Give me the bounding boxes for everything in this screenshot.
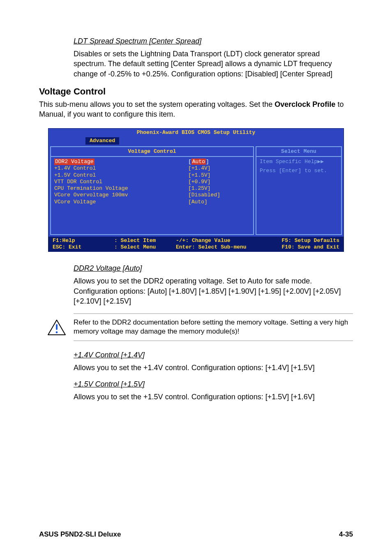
bios-tab-advanced[interactable]: Advanced <box>85 137 119 145</box>
bios-row-value[interactable]: [+1.4V] <box>188 165 250 172</box>
bios-panel: Phoenix-Award BIOS CMOS Setup Utility Ad… <box>48 128 344 252</box>
warning-text: Refer to the DDR2 documentation before s… <box>74 318 348 335</box>
ddr2-heading: DDR2 Voltage [Auto] <box>74 264 353 273</box>
bios-footer-f10: F10: Save and Exit <box>265 244 339 251</box>
warning-box: Refer to the DDR2 documentation before s… <box>47 313 353 341</box>
bios-left-header: Voltage Control <box>51 147 253 157</box>
bios-row-label[interactable]: VTT DDR Control <box>54 179 188 185</box>
bios-row-label[interactable]: VCore Overvoltage 100mv <box>54 192 188 198</box>
bios-footer-select-menu: : Select Menu <box>114 244 176 251</box>
ctrl14-body: Allows you to set the +1.4V control. Con… <box>74 363 353 373</box>
page-footer: ASUS P5ND2-SLI Deluxe 4-35 <box>39 530 353 539</box>
bios-left-pane: Voltage Control DDR2 Voltage +1.4V Contr… <box>50 146 254 235</box>
bios-footer-change-value: -/+: Change Value <box>176 237 265 244</box>
bios-help-line1: Item Specific Help▶▶ <box>260 159 338 165</box>
bios-row-label[interactable]: VCore Voltage <box>54 199 188 205</box>
svg-rect-1 <box>56 324 58 330</box>
bios-footer-f5: F5: Setup Defaults <box>265 237 339 244</box>
bios-footer-esc: ESC: Exit <box>53 244 114 251</box>
bios-row-label-selected[interactable]: DDR2 Voltage <box>54 159 95 165</box>
bios-row-label[interactable]: +1.4V Control <box>54 165 188 172</box>
intro-bold: Overclock Profile <box>274 100 335 108</box>
bios-help-line2: Press [Enter] to set. <box>260 168 338 174</box>
svg-point-2 <box>56 332 58 334</box>
intro-pre: This sub-menu allows you to set the syst… <box>39 100 274 108</box>
bios-row-value[interactable]: [+0.9V] <box>188 179 250 185</box>
warning-icon <box>47 319 66 336</box>
bios-row-value[interactable]: [Disabled] <box>188 192 250 198</box>
bios-row-value-selected[interactable]: [Auto] <box>188 159 250 165</box>
bios-footer-select-item: : Select Item <box>114 237 176 244</box>
bios-row-label[interactable]: +1.5V Control <box>54 172 188 179</box>
bios-title: Phoenix-Award BIOS CMOS Setup Utility <box>48 129 344 137</box>
bios-row-value[interactable]: [+1.5V] <box>188 172 250 179</box>
ctrl15-heading: +1.5V Control [+1.5V] <box>74 380 353 389</box>
ctrl14-heading: +1.4V Control [+1.4V] <box>74 351 353 359</box>
ctrl15-body: Allows you to set the +1.5V control. Con… <box>74 392 353 402</box>
footer-right: 4-35 <box>339 530 353 539</box>
bios-values-col: [Auto] [+1.4V] [+1.5V] [+0.9V] [1.25V] [… <box>188 159 250 205</box>
bios-right-pane: Select Menu Item Specific Help▶▶ Press [… <box>256 146 342 235</box>
ldt-heading: LDT Spread Spectrum [Center Spread] <box>74 37 353 46</box>
bios-footer-enter: Enter: Select Sub-menu <box>176 244 265 251</box>
footer-left: ASUS P5ND2-SLI Deluxe <box>39 530 121 539</box>
bios-row-label[interactable]: CPU Termination Voltage <box>54 185 188 192</box>
bios-tabs: Advanced <box>48 137 344 145</box>
bios-labels-col: DDR2 Voltage +1.4V Control +1.5V Control… <box>54 159 188 205</box>
bios-row-value[interactable]: [Auto] <box>188 199 250 205</box>
bios-right-header: Select Menu <box>256 147 341 157</box>
bios-footer: F1:Help : Select Item -/+: Change Value … <box>48 237 344 252</box>
ddr2-body: Allows you to set the DDR2 operating vol… <box>74 276 353 306</box>
voltage-control-intro: This sub-menu allows you to set the syst… <box>39 99 353 120</box>
bios-row-value[interactable]: [1.25V] <box>188 185 250 192</box>
voltage-control-heading: Voltage Control <box>39 86 353 97</box>
bios-footer-f1: F1:Help <box>53 237 114 244</box>
ldt-body: Disables or sets the Lightning Data Tran… <box>74 49 353 79</box>
